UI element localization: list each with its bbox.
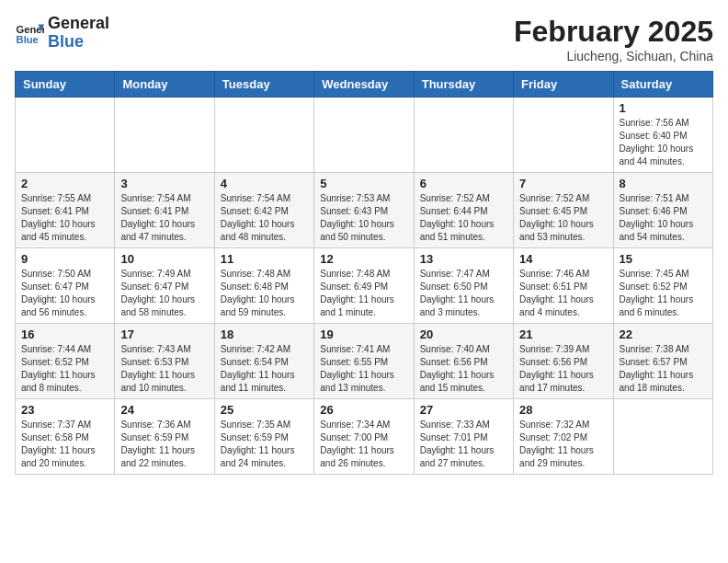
day-cell: 26Sunrise: 7:34 AM Sunset: 7:00 PM Dayli… — [314, 399, 414, 475]
day-number: 23 — [21, 403, 108, 417]
day-number: 13 — [420, 252, 507, 266]
day-cell — [16, 98, 115, 173]
day-number: 10 — [120, 252, 208, 266]
day-cell — [613, 399, 712, 475]
day-cell — [414, 98, 513, 173]
day-cell: 28Sunrise: 7:32 AM Sunset: 7:02 PM Dayli… — [514, 399, 613, 475]
day-info: Sunrise: 7:54 AM Sunset: 6:42 PM Dayligh… — [221, 192, 308, 244]
day-cell: 6Sunrise: 7:52 AM Sunset: 6:44 PM Daylig… — [414, 173, 513, 248]
day-cell: 8Sunrise: 7:51 AM Sunset: 6:46 PM Daylig… — [613, 173, 712, 248]
day-info: Sunrise: 7:39 AM Sunset: 6:56 PM Dayligh… — [519, 343, 607, 395]
day-cell: 9Sunrise: 7:50 AM Sunset: 6:47 PM Daylig… — [16, 248, 115, 324]
day-number: 18 — [221, 327, 308, 341]
day-number: 14 — [519, 252, 607, 266]
day-info: Sunrise: 7:56 AM Sunset: 6:40 PM Dayligh… — [620, 117, 707, 168]
calendar-header-row: SundayMondayTuesdayWednesdayThursdayFrid… — [16, 72, 713, 98]
day-info: Sunrise: 7:45 AM Sunset: 6:52 PM Dayligh… — [620, 268, 707, 319]
week-row-1: 1Sunrise: 7:56 AM Sunset: 6:40 PM Daylig… — [16, 98, 713, 173]
day-cell: 7Sunrise: 7:52 AM Sunset: 6:45 PM Daylig… — [514, 173, 613, 248]
logo: General Blue General Blue — [15, 15, 109, 52]
day-info: Sunrise: 7:42 AM Sunset: 6:54 PM Dayligh… — [221, 343, 308, 395]
week-row-3: 9Sunrise: 7:50 AM Sunset: 6:47 PM Daylig… — [16, 248, 713, 324]
day-info: Sunrise: 7:40 AM Sunset: 6:56 PM Dayligh… — [420, 343, 507, 395]
day-header-tuesday: Tuesday — [214, 72, 313, 98]
day-info: Sunrise: 7:46 AM Sunset: 6:51 PM Dayligh… — [519, 268, 607, 319]
page-header: General Blue General Blue February 2025 … — [15, 15, 713, 63]
day-info: Sunrise: 7:34 AM Sunset: 7:00 PM Dayligh… — [320, 419, 407, 470]
day-number: 24 — [120, 403, 208, 417]
day-header-sunday: Sunday — [16, 72, 115, 98]
day-info: Sunrise: 7:44 AM Sunset: 6:52 PM Dayligh… — [21, 343, 108, 395]
day-info: Sunrise: 7:48 AM Sunset: 6:48 PM Dayligh… — [221, 268, 308, 319]
day-cell: 17Sunrise: 7:43 AM Sunset: 6:53 PM Dayli… — [115, 324, 214, 399]
day-number: 8 — [620, 177, 707, 190]
day-cell: 24Sunrise: 7:36 AM Sunset: 6:59 PM Dayli… — [115, 399, 214, 475]
day-info: Sunrise: 7:43 AM Sunset: 6:53 PM Dayligh… — [120, 343, 208, 395]
day-info: Sunrise: 7:52 AM Sunset: 6:44 PM Dayligh… — [420, 192, 507, 244]
day-cell: 10Sunrise: 7:49 AM Sunset: 6:47 PM Dayli… — [115, 248, 214, 324]
day-cell: 27Sunrise: 7:33 AM Sunset: 7:01 PM Dayli… — [414, 399, 513, 475]
day-number: 2 — [21, 177, 108, 190]
day-info: Sunrise: 7:54 AM Sunset: 6:41 PM Dayligh… — [120, 192, 208, 244]
svg-text:Blue: Blue — [17, 34, 39, 45]
week-row-4: 16Sunrise: 7:44 AM Sunset: 6:52 PM Dayli… — [16, 324, 713, 399]
day-cell: 14Sunrise: 7:46 AM Sunset: 6:51 PM Dayli… — [514, 248, 613, 324]
day-cell — [214, 98, 313, 173]
day-number: 9 — [21, 252, 108, 266]
day-number: 22 — [620, 327, 707, 341]
week-row-5: 23Sunrise: 7:37 AM Sunset: 6:58 PM Dayli… — [16, 399, 713, 475]
day-number: 21 — [519, 327, 607, 341]
day-info: Sunrise: 7:47 AM Sunset: 6:50 PM Dayligh… — [420, 268, 507, 319]
day-info: Sunrise: 7:52 AM Sunset: 6:45 PM Dayligh… — [519, 192, 607, 244]
day-cell — [115, 98, 214, 173]
day-header-friday: Friday — [514, 72, 613, 98]
day-cell: 22Sunrise: 7:38 AM Sunset: 6:57 PM Dayli… — [613, 324, 712, 399]
day-header-thursday: Thursday — [414, 72, 513, 98]
day-header-wednesday: Wednesday — [314, 72, 414, 98]
day-cell: 5Sunrise: 7:53 AM Sunset: 6:43 PM Daylig… — [314, 173, 414, 248]
logo-general: General — [48, 14, 109, 32]
day-number: 16 — [21, 327, 108, 341]
day-info: Sunrise: 7:50 AM Sunset: 6:47 PM Dayligh… — [21, 268, 108, 319]
month-year: February 2025 — [514, 15, 713, 49]
day-number: 4 — [221, 177, 308, 190]
day-info: Sunrise: 7:38 AM Sunset: 6:57 PM Dayligh… — [620, 343, 707, 395]
calendar-table: SundayMondayTuesdayWednesdayThursdayFrid… — [15, 71, 713, 475]
day-cell — [314, 98, 414, 173]
day-number: 3 — [120, 177, 208, 190]
day-info: Sunrise: 7:33 AM Sunset: 7:01 PM Dayligh… — [420, 419, 507, 470]
day-number: 6 — [420, 177, 507, 190]
day-number: 11 — [221, 252, 308, 266]
day-cell: 13Sunrise: 7:47 AM Sunset: 6:50 PM Dayli… — [414, 248, 513, 324]
day-info: Sunrise: 7:37 AM Sunset: 6:58 PM Dayligh… — [21, 419, 108, 470]
day-cell: 2Sunrise: 7:55 AM Sunset: 6:41 PM Daylig… — [16, 173, 115, 248]
day-cell — [514, 98, 613, 173]
day-info: Sunrise: 7:55 AM Sunset: 6:41 PM Dayligh… — [21, 192, 108, 244]
day-info: Sunrise: 7:51 AM Sunset: 6:46 PM Dayligh… — [620, 192, 707, 244]
day-number: 27 — [420, 403, 507, 417]
day-cell: 12Sunrise: 7:48 AM Sunset: 6:49 PM Dayli… — [314, 248, 414, 324]
day-info: Sunrise: 7:41 AM Sunset: 6:55 PM Dayligh… — [320, 343, 407, 395]
day-cell: 18Sunrise: 7:42 AM Sunset: 6:54 PM Dayli… — [214, 324, 313, 399]
day-info: Sunrise: 7:49 AM Sunset: 6:47 PM Dayligh… — [120, 268, 208, 319]
day-number: 7 — [519, 177, 607, 190]
day-cell: 21Sunrise: 7:39 AM Sunset: 6:56 PM Dayli… — [514, 324, 613, 399]
day-info: Sunrise: 7:32 AM Sunset: 7:02 PM Dayligh… — [519, 419, 607, 470]
logo-text: General Blue — [48, 15, 109, 52]
day-number: 26 — [320, 403, 407, 417]
day-info: Sunrise: 7:36 AM Sunset: 6:59 PM Dayligh… — [120, 419, 208, 470]
logo-blue: Blue — [48, 32, 84, 51]
location: Liucheng, Sichuan, China — [514, 49, 713, 63]
day-header-monday: Monday — [115, 72, 214, 98]
day-number: 25 — [221, 403, 308, 417]
day-info: Sunrise: 7:53 AM Sunset: 6:43 PM Dayligh… — [320, 192, 407, 244]
day-number: 17 — [120, 327, 208, 341]
day-cell: 19Sunrise: 7:41 AM Sunset: 6:55 PM Dayli… — [314, 324, 414, 399]
logo-icon: General Blue — [15, 18, 44, 48]
day-number: 5 — [320, 177, 407, 190]
day-number: 15 — [620, 252, 707, 266]
day-cell: 11Sunrise: 7:48 AM Sunset: 6:48 PM Dayli… — [214, 248, 313, 324]
day-cell: 3Sunrise: 7:54 AM Sunset: 6:41 PM Daylig… — [115, 173, 214, 248]
day-cell: 1Sunrise: 7:56 AM Sunset: 6:40 PM Daylig… — [613, 98, 712, 173]
title-block: February 2025 Liucheng, Sichuan, China — [514, 15, 713, 63]
